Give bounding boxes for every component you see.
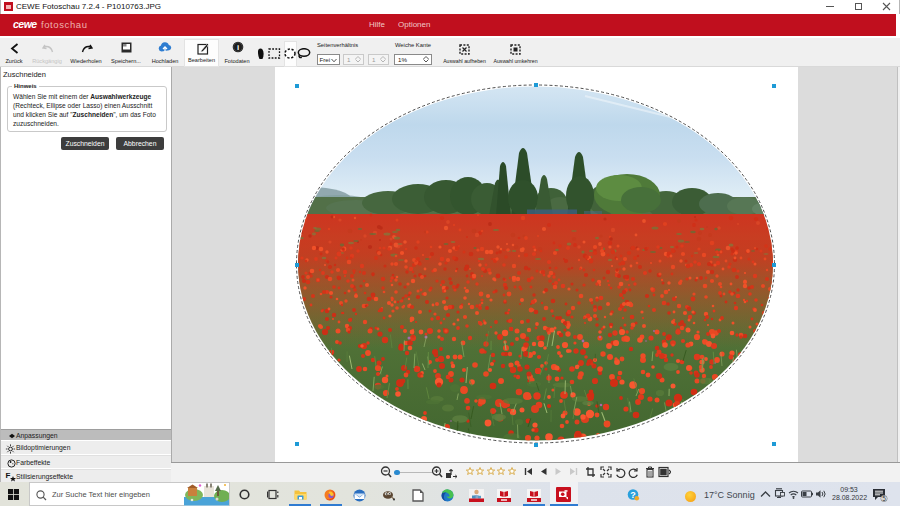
- svg-text:i: i: [236, 43, 238, 52]
- svg-text:5: 5: [882, 495, 886, 502]
